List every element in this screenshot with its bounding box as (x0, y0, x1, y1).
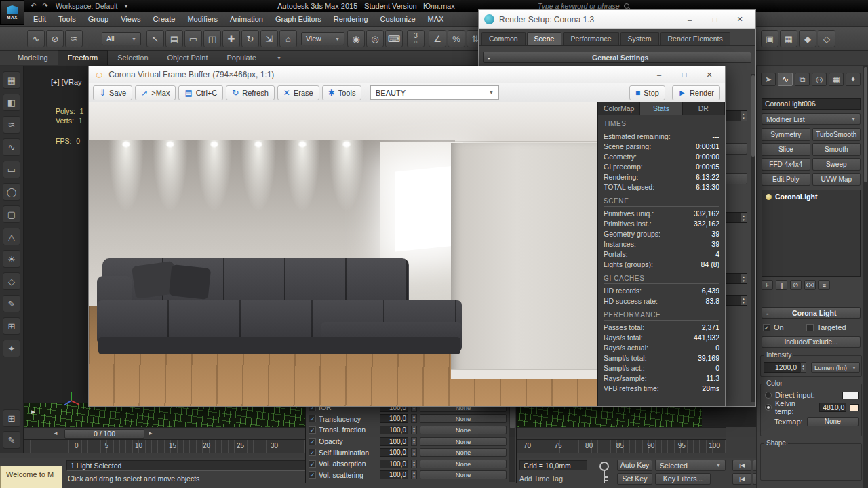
minimize-button[interactable]: – (679, 16, 700, 24)
percent-snap-icon[interactable]: % (448, 30, 465, 47)
render-production-icon[interactable]: ◆ (799, 30, 816, 47)
refresh-button[interactable]: ↻ Refresh (226, 85, 275, 100)
parameter-checkbox[interactable]: ✓ (309, 415, 316, 422)
modifier-stack[interactable]: CoronaLight (762, 190, 861, 277)
parameter-value-field[interactable]: 100,0 (380, 437, 408, 446)
tab-stats[interactable]: Stats (640, 102, 682, 115)
render-setup-scrollbar[interactable] (751, 74, 755, 402)
texmap-none-button[interactable]: None (807, 417, 859, 426)
utilities-tab-icon[interactable]: ✦ (846, 73, 861, 86)
parameter-spinner[interactable]: ▴▾ (411, 448, 417, 457)
stack-item-coronalight[interactable]: CoronaLight (762, 190, 860, 203)
go-to-start-button[interactable]: |◀ (732, 460, 751, 471)
menu-item[interactable]: Tools (52, 12, 82, 26)
stop-button[interactable]: ■ Stop (629, 85, 665, 100)
parameter-value-field[interactable]: 100,0 (380, 426, 408, 434)
rendered-frame-window-icon[interactable]: ▦ (780, 30, 797, 47)
parameter-map-button[interactable]: None (420, 448, 507, 457)
menu-item[interactable]: Customize (374, 12, 422, 26)
material-panel-scrollbar[interactable] (509, 401, 515, 482)
parameter-map-button[interactable]: None (420, 437, 507, 446)
close-button[interactable]: ✕ (730, 15, 750, 24)
cone-tool-icon[interactable]: △ (3, 228, 20, 245)
select-and-manipulate-icon[interactable]: ◎ (366, 30, 384, 47)
object-name-field[interactable]: CoronaLight006 (762, 98, 861, 110)
tools-button[interactable]: ✱ Tools (322, 85, 362, 100)
use-pivot-center-icon[interactable]: ◉ (347, 30, 365, 47)
parameter-spinner[interactable]: ▴▾ (411, 460, 417, 468)
display-tab-icon[interactable]: ▦ (829, 73, 844, 86)
send-to-max-button[interactable]: ↗ >Max (135, 85, 176, 100)
menu-item[interactable]: Edit (27, 12, 52, 26)
tab-performance[interactable]: Performance (563, 32, 618, 45)
select-and-scale-icon[interactable]: ⇲ (260, 30, 278, 47)
paint-tool-icon[interactable]: ✎ (3, 295, 20, 312)
tab-scene[interactable]: Scene (527, 32, 562, 45)
redo-button[interactable]: ↷ (40, 1, 50, 10)
panel-expander-icon[interactable]: ► (30, 408, 37, 415)
undo-button[interactable]: ↶ (28, 1, 39, 10)
application-menu-button[interactable]: MAX (0, 0, 24, 25)
modifier-button[interactable]: UVW Map (812, 173, 861, 186)
configure-modifier-sets-icon[interactable]: ≡ (818, 280, 830, 290)
parameter-value-field[interactable]: 100,0 (380, 470, 408, 479)
corona-light-rollout-header[interactable]: - Corona Light (762, 307, 861, 319)
render-iterative-icon[interactable]: ◇ (818, 30, 835, 47)
keyboard-override-icon[interactable]: ⌨ (385, 30, 403, 47)
menu-item[interactable]: Views (115, 12, 146, 26)
viewport-label[interactable]: [+] [VRay (51, 78, 82, 86)
tab-modeling[interactable]: Modeling (8, 51, 58, 65)
bind-to-spacewarp-icon[interactable]: ≋ (65, 30, 83, 47)
modifier-button[interactable]: Slice (762, 143, 810, 156)
slider-right-arrow[interactable]: ► (148, 429, 153, 439)
select-object-icon[interactable]: ↖ (146, 30, 164, 47)
parameter-checkbox[interactable]: ✓ (309, 460, 316, 468)
tab-colormap[interactable]: ColorMap (598, 102, 640, 115)
add-time-tag-button[interactable]: Add Time Tag (519, 474, 563, 483)
tab-common[interactable]: Common (481, 32, 526, 45)
light-tool-icon[interactable]: ☀ (3, 250, 20, 268)
tab-object-paint[interactable]: Object Paint (158, 51, 218, 65)
diamond-tool-icon[interactable]: ◇ (3, 272, 20, 290)
reference-coordinate-dropdown[interactable]: View▼ (301, 32, 344, 45)
welcome-dialog-fragment[interactable]: Welcome to M (0, 466, 62, 488)
parameter-spinner[interactable]: ▴▾ (411, 437, 417, 446)
box-tool-icon[interactable]: ▢ (3, 205, 20, 223)
render-setup-titlebar[interactable]: Render Setup: Corona 1.3 – □ ✕ (479, 10, 755, 29)
parameter-value-field[interactable]: 100,0 (380, 414, 408, 423)
remove-modifier-icon[interactable]: ⌫ (804, 280, 816, 290)
set-key-button[interactable]: Set Key (617, 473, 652, 485)
parameter-map-button[interactable]: None (420, 460, 507, 468)
show-end-result-icon[interactable]: ∥ (776, 280, 787, 290)
ribbon-collapse-icon[interactable]: ▼ (277, 56, 281, 60)
parameter-checkbox[interactable]: ✓ (309, 426, 316, 434)
select-by-name-icon[interactable]: ▤ (165, 30, 183, 47)
menu-item[interactable]: Modifiers (181, 12, 224, 26)
tab-freeform[interactable]: Freeform (58, 50, 108, 65)
general-settings-rollout[interactable]: - General Settings (483, 52, 751, 63)
menu-item[interactable]: MAX (422, 12, 450, 26)
modifier-button[interactable]: Smooth (812, 143, 861, 156)
menu-item[interactable]: Animation (224, 12, 269, 26)
window-crossing-icon[interactable]: ◫ (203, 30, 221, 47)
sphere-tool-icon[interactable]: ◯ (3, 183, 20, 201)
vfb-titlebar[interactable]: ☺ Corona Virtual Frame Buffer (794×466px… (89, 66, 725, 83)
select-and-link-icon[interactable]: ∿ (27, 30, 45, 47)
modify-tab-icon[interactable]: ∿ (778, 73, 793, 86)
make-unique-icon[interactable]: ∅ (790, 280, 802, 290)
parameter-checkbox[interactable]: ✓ (309, 438, 316, 445)
command-panel-scrollbar[interactable] (863, 66, 868, 488)
sculpt-brush-icon[interactable]: ◧ (3, 94, 20, 111)
hierarchy-tab-icon[interactable]: ⧉ (795, 73, 810, 86)
parameter-spinner[interactable]: ▴▾ (411, 426, 417, 434)
angle-snap-icon[interactable]: ∠ (429, 30, 446, 47)
vfb-minimize-button[interactable]: – (649, 70, 669, 79)
time-slider-handle[interactable]: 0 / 100 (64, 429, 144, 439)
grid-tool-icon[interactable]: ⊞ (3, 317, 20, 335)
motion-tab-icon[interactable]: ◎ (812, 73, 827, 86)
modifier-button[interactable]: FFD 4x4x4 (762, 158, 810, 171)
menu-item[interactable]: Rendering (328, 12, 374, 26)
star-tool-icon[interactable]: ✦ (3, 340, 20, 357)
unlink-selection-icon[interactable]: ⊘ (46, 30, 64, 47)
targeted-checkbox[interactable] (806, 324, 814, 331)
